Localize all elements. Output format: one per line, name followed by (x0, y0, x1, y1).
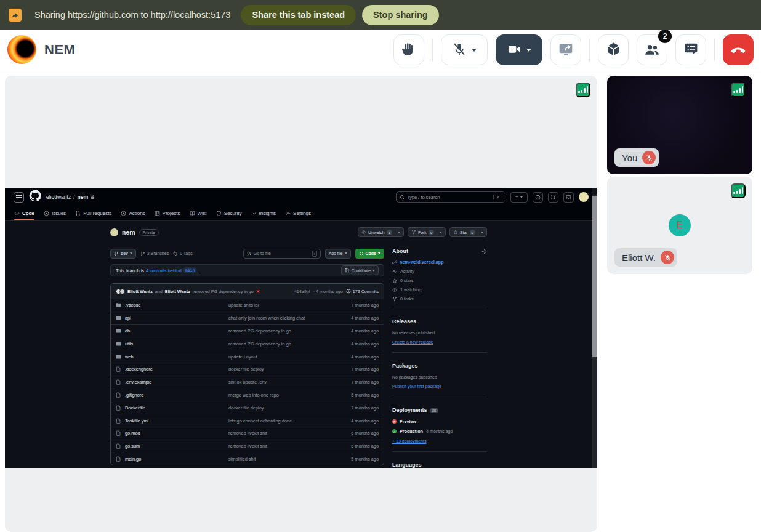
video-camera-icon (507, 42, 521, 58)
shared-screen-tile[interactable]: eliottwantz / nem Type / to search >_ + (5, 76, 597, 532)
commit-age: 4 months ago (340, 341, 379, 347)
repo-activity: Activity (392, 268, 487, 274)
cube-icon (606, 41, 621, 58)
commit-message: removed PG dependency in go (228, 341, 340, 347)
tab-security: Security (216, 206, 242, 220)
commit-age: 6 months ago (340, 443, 379, 449)
packages-section: Packages No packages published Publish y… (392, 359, 487, 397)
file-icon (116, 430, 121, 436)
file-name: db (125, 328, 228, 334)
chat-button[interactable] (675, 34, 706, 65)
tab-wiki: Wiki (190, 206, 207, 220)
connection-stats-button[interactable] (576, 83, 590, 97)
repo-forks: 0 forks (392, 296, 487, 302)
deployments-section: Deployments35 ✕ Preview ✓ Production 4 m… (392, 403, 487, 452)
file-icon (116, 379, 121, 385)
deployment-preview: ✕ Preview (392, 419, 487, 424)
search-icon (247, 251, 251, 256)
commit-message: chat only join room when clicking chat (228, 315, 340, 321)
share-this-tab-button[interactable]: Share this tab instead (241, 5, 356, 25)
call-controls: 2 (393, 34, 754, 65)
commit-message: docker file deploy (228, 405, 340, 411)
code-download-button: Code (355, 249, 385, 259)
tag-icon (173, 251, 178, 256)
commit-message: lets go connect onbording done (228, 418, 340, 424)
file-row: apichat only join room when clicking cha… (111, 312, 384, 324)
link-icon (392, 260, 397, 265)
file-row: Dockerfiledocker file deploy7 months ago (111, 401, 384, 414)
folder-icon (116, 302, 121, 308)
deploy-failed-icon: ✕ (392, 419, 397, 424)
file-row: dbremoved PG dependency in go4 months ag… (111, 324, 384, 337)
contribute-icon (345, 268, 350, 273)
hamburger-menu-icon (14, 192, 24, 203)
repo-tab-nav: Code Issues Pull requests Actions Projec… (5, 206, 597, 221)
file-name: Taskfile.yml (125, 418, 228, 424)
github-header: eliottwantz / nem Type / to search >_ + (5, 188, 597, 206)
commit-age: 7 months ago (340, 302, 379, 308)
tab-pull-requests: Pull requests (75, 206, 111, 220)
shared-github-screenshot: eliottwantz / nem Type / to search >_ + (5, 188, 597, 468)
star-icon (392, 278, 397, 283)
signal-bars-icon (733, 86, 743, 93)
fork-button: Fork 0 (408, 227, 446, 237)
commit-message: update shits lol (228, 302, 340, 308)
branch-icon (114, 251, 119, 256)
participant-tile-eliott[interactable]: E Eliott W. (607, 177, 752, 274)
repo-breadcrumb: eliottwantz / nem (46, 194, 95, 200)
deployment-production: ✓ Production 4 months ago (392, 429, 487, 434)
unwatch-button: Unwatch 1 (358, 227, 404, 237)
commit-age: 4 months ago (340, 418, 379, 424)
branches-count: 3 Branches (140, 251, 169, 256)
screen-share-icon (558, 41, 574, 59)
wiki-icon (190, 211, 195, 216)
stop-sharing-button[interactable]: Stop sharing (362, 5, 439, 25)
commit-message: docker file deploy (228, 366, 340, 372)
github-search-box: Type / to search >_ (396, 191, 505, 203)
pulse-icon (392, 269, 397, 274)
hang-up-button[interactable] (723, 34, 754, 65)
avatar: E (669, 214, 691, 236)
file-row: utilsremoved PG dependency in go4 months… (111, 337, 384, 350)
file-name: api (125, 315, 228, 321)
contribute-button: Contribute (341, 265, 379, 275)
participant-tile-you[interactable]: You (607, 76, 752, 174)
shield-icon (216, 211, 222, 216)
lock-icon (91, 195, 95, 200)
raise-hand-button[interactable] (393, 34, 424, 65)
deploy-success-icon: ✓ (392, 429, 397, 433)
eye-icon (361, 230, 366, 235)
mic-options-caret-icon[interactable] (472, 49, 477, 52)
repo-avatar (110, 228, 118, 236)
branch-icon (140, 251, 145, 256)
3d-view-button[interactable] (598, 34, 629, 65)
about-title: About (392, 248, 408, 254)
commit-age: 5 months ago (340, 456, 379, 462)
connection-stats-button[interactable] (731, 83, 746, 97)
connection-stats-button[interactable] (731, 183, 746, 198)
camera-on-button[interactable] (496, 34, 542, 65)
participant-label: Eliott W. (614, 248, 677, 267)
signal-bars-icon (578, 86, 588, 93)
commit-message: removed livekit shit (228, 443, 340, 449)
camera-options-caret-icon[interactable] (526, 49, 531, 52)
participants-count-badge: 2 (658, 30, 672, 43)
commit-age: 7 months ago (340, 379, 379, 385)
file-name: go.sum (125, 443, 228, 449)
mic-muted-icon (661, 251, 674, 264)
create-new-button: + (510, 192, 528, 203)
graph-icon (251, 211, 257, 216)
scrollbar-thumb (592, 196, 597, 357)
create-release-link: Create a new release (392, 340, 433, 344)
file-name: .env.example (125, 379, 228, 385)
sharing-message: Sharing https://github.com to http://loc… (34, 10, 230, 20)
commit-age: 6 months ago (340, 430, 379, 436)
issues-icon (533, 192, 543, 203)
folder-icon (116, 354, 121, 360)
gear-icon (481, 249, 487, 254)
screen-share-button[interactable] (550, 34, 581, 65)
actions-icon (121, 211, 126, 216)
microphone-muted-button[interactable] (441, 34, 488, 65)
commit-age: 6 months ago (340, 392, 379, 398)
commit-age: 7 months ago (340, 366, 379, 372)
